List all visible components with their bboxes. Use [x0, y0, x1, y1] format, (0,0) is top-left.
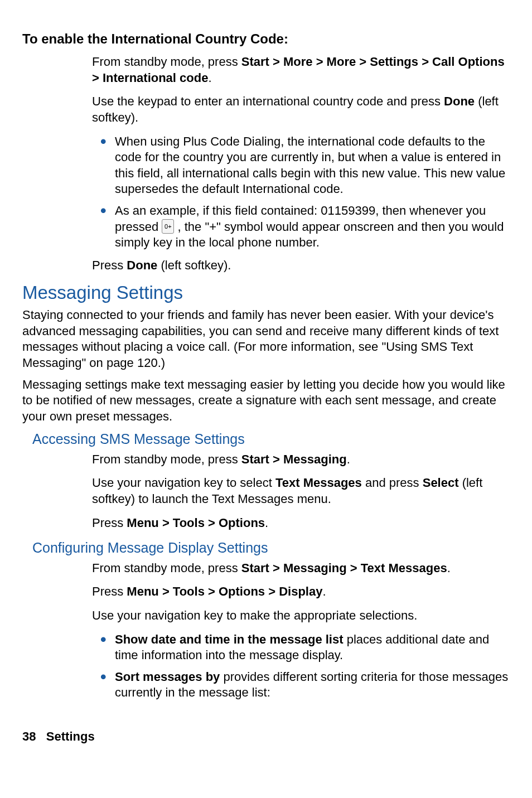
heading-accessing-sms: Accessing SMS Message Settings	[32, 430, 510, 448]
text: and press	[362, 476, 423, 490]
text: .	[447, 561, 451, 575]
page-number: 38	[22, 729, 36, 743]
option-label: Sort messages by	[115, 670, 220, 684]
text: When using Plus Code Dialing, the intern…	[115, 134, 505, 196]
cfg-bullet-list: Show date and time in the message list p…	[100, 632, 510, 701]
menu-path: Menu > Tools > Options > Display	[127, 584, 322, 598]
page-footer: 38 Settings	[22, 729, 510, 745]
button-label: Done	[127, 258, 157, 272]
text: .	[208, 71, 211, 85]
heading-messaging-settings: Messaging Settings	[22, 281, 510, 305]
heading-international-code: To enable the International Country Code…	[22, 30, 510, 47]
cfg-step-2: Press Menu > Tools > Options > Display.	[92, 584, 510, 600]
menu-path: Menu > Tools > Options	[127, 516, 265, 530]
text: Use your navigation key to select	[92, 476, 275, 490]
intl-step-3: Press Done (left softkey).	[92, 258, 510, 274]
sms-step-1: From standby mode, press Start > Messagi…	[92, 452, 510, 468]
text: Use the keypad to enter an international…	[92, 94, 444, 108]
text: .	[265, 516, 268, 530]
intl-bullet-list: When using Plus Code Dialing, the intern…	[100, 134, 510, 251]
text: From standby mode, press	[92, 561, 241, 575]
paragraph: Messaging settings make text messaging e…	[22, 377, 510, 425]
list-item: Show date and time in the message list p…	[100, 632, 510, 664]
text: Press	[92, 584, 127, 598]
text: .	[347, 452, 350, 466]
text: From standby mode, press	[92, 452, 241, 466]
key-zero-plus-icon: 0+	[162, 219, 174, 234]
heading-configuring-display: Configuring Message Display Settings	[32, 539, 510, 557]
text: From standby mode, press	[92, 55, 241, 69]
text: Press	[92, 258, 127, 272]
text: .	[322, 584, 326, 598]
sms-step-2: Use your navigation key to select Text M…	[92, 475, 510, 507]
list-item: Sort messages by provides different sort…	[100, 669, 510, 701]
cfg-step-3: Use your navigation key to make the appr…	[92, 608, 510, 624]
list-item: When using Plus Code Dialing, the intern…	[100, 134, 510, 197]
menu-path: Start > Messaging > Text Messages	[241, 561, 447, 575]
button-label: Select	[423, 476, 459, 490]
paragraph: Staying connected to your friends and fa…	[22, 307, 510, 371]
cfg-step-1: From standby mode, press Start > Messagi…	[92, 560, 510, 577]
label: Text Messages	[275, 476, 362, 490]
document-page: To enable the International Country Code…	[0, 0, 532, 761]
list-item: As an example, if this field contained: …	[100, 203, 510, 251]
text: Press	[92, 516, 127, 530]
sms-step-3: Press Menu > Tools > Options.	[92, 515, 510, 531]
button-label: Done	[444, 94, 475, 108]
intl-step-1: From standby mode, press Start > More > …	[92, 54, 510, 86]
intl-step-2: Use the keypad to enter an international…	[92, 94, 510, 125]
text: (left softkey).	[157, 258, 231, 272]
option-label: Show date and time in the message list	[115, 632, 344, 646]
section-name: Settings	[46, 729, 95, 743]
menu-path: Start > Messaging	[241, 452, 347, 466]
